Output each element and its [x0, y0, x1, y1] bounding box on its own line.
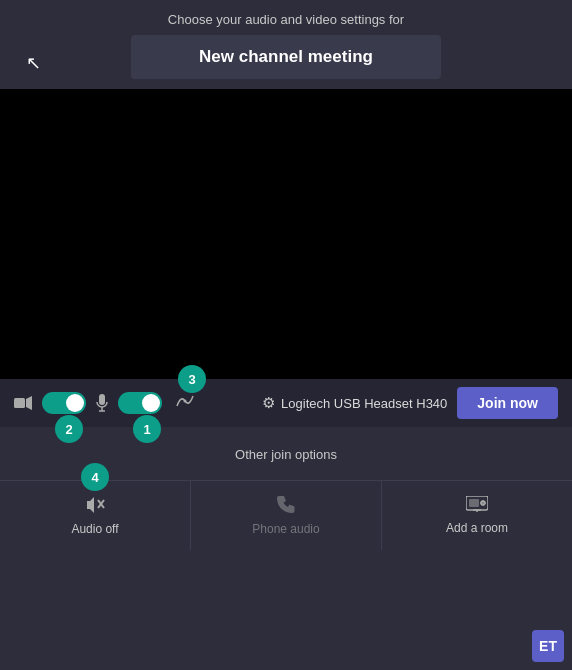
controls-bar: 3 2 1 ⚙ Logitech USB He	[0, 379, 572, 427]
gear-icon[interactable]: ⚙	[262, 394, 275, 412]
camera-icon	[14, 396, 32, 410]
join-option-add-room[interactable]: Add a room	[382, 481, 572, 550]
svg-rect-0	[14, 398, 25, 408]
svg-marker-1	[26, 396, 32, 410]
mic-icon	[96, 394, 108, 412]
badge-3: 3	[178, 365, 206, 393]
subtitle-text: Choose your audio and video settings for	[16, 12, 556, 27]
cursor: ↖	[26, 52, 41, 74]
add-room-label: Add a room	[446, 521, 508, 535]
join-option-phone-audio[interactable]: Phone audio	[191, 481, 381, 550]
audio-off-icon	[85, 495, 105, 518]
device-info: ⚙ Logitech USB Headset H340	[262, 394, 447, 412]
phone-audio-icon	[277, 495, 295, 518]
join-now-button[interactable]: Join now	[457, 387, 558, 419]
svg-rect-11	[469, 499, 479, 507]
other-join-title: Other join options	[0, 447, 572, 462]
video-preview	[0, 89, 572, 379]
audio-off-label: Audio off	[71, 522, 118, 536]
join-options-row: 4 Audio off Phone audio	[0, 480, 572, 550]
badge-4: 4	[81, 463, 109, 491]
effects-icon[interactable]	[176, 393, 194, 413]
mic-toggle-knob	[142, 394, 160, 412]
svg-rect-2	[99, 394, 105, 405]
bottom-section: Other join options 4 Audio off	[0, 427, 572, 550]
join-option-audio-off[interactable]: 4 Audio off	[0, 481, 190, 550]
phone-audio-label: Phone audio	[252, 522, 319, 536]
teams-logo: ET	[532, 630, 564, 662]
device-name: Logitech USB Headset H340	[281, 396, 447, 411]
mic-toggle[interactable]	[118, 392, 162, 414]
meeting-title: New channel meeting	[131, 35, 441, 79]
camera-toggle-knob	[66, 394, 84, 412]
svg-point-5	[184, 400, 187, 403]
badge-2: 2	[55, 415, 83, 443]
top-section: Choose your audio and video settings for…	[0, 0, 572, 89]
badge-1: 1	[133, 415, 161, 443]
add-room-icon	[466, 496, 488, 517]
camera-toggle[interactable]	[42, 392, 86, 414]
